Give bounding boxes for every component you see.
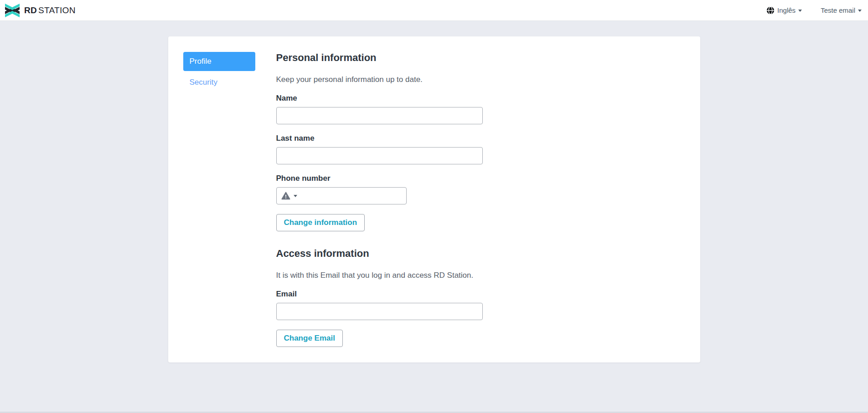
rd-station-logo-icon: [5, 4, 20, 17]
last-name-input[interactable]: [276, 147, 483, 164]
topbar-right-group: Inglês Teste email: [766, 6, 862, 15]
rd-station-logo[interactable]: RDSTATION: [5, 4, 76, 17]
change-email-button[interactable]: Change Email: [276, 330, 343, 347]
phone-input-wrapper: [276, 187, 407, 204]
access-information-description: It is with this Email that you log in an…: [276, 271, 513, 280]
email-label: Email: [276, 290, 513, 299]
chevron-down-icon: [858, 10, 862, 12]
brand-wordmark: RDSTATION: [24, 5, 76, 15]
sidebar-item-security[interactable]: Security: [183, 73, 255, 92]
personal-information-description: Keep your personal information up to dat…: [276, 75, 513, 84]
chevron-down-icon: [294, 195, 297, 197]
country-flag-dropdown[interactable]: [277, 188, 302, 204]
globe-icon: [766, 6, 775, 15]
name-form-group: Name: [276, 94, 513, 124]
email-input[interactable]: [276, 303, 483, 320]
sidebar-item-profile[interactable]: Profile: [183, 52, 255, 71]
name-input[interactable]: [276, 107, 483, 124]
settings-card: Profile Security Personal information Ke…: [168, 36, 700, 362]
warning-triangle-icon: [281, 192, 290, 200]
access-actions-row: Change Email: [276, 330, 513, 347]
settings-side-nav: Profile Security: [183, 52, 255, 347]
phone-form-group: Phone number: [276, 174, 513, 204]
last-name-form-group: Last name: [276, 134, 513, 164]
email-form-group: Email: [276, 290, 513, 320]
last-name-label: Last name: [276, 134, 513, 143]
top-navigation-bar: RDSTATION Inglês Teste email: [0, 0, 868, 21]
personal-actions-row: Change information: [276, 214, 513, 231]
language-selector[interactable]: Inglês: [766, 6, 802, 15]
brand-secondary: STATION: [38, 5, 76, 15]
change-information-button[interactable]: Change information: [276, 214, 365, 231]
settings-content: Personal information Keep your personal …: [276, 52, 513, 347]
brand-primary: RD: [24, 5, 37, 15]
account-label: Teste email: [821, 6, 855, 14]
phone-label: Phone number: [276, 174, 513, 183]
account-menu[interactable]: Teste email: [821, 6, 862, 14]
language-label: Inglês: [777, 6, 796, 14]
chevron-down-icon: [798, 10, 802, 12]
access-information-title: Access information: [276, 248, 513, 260]
personal-information-title: Personal information: [276, 52, 513, 64]
name-label: Name: [276, 94, 513, 103]
